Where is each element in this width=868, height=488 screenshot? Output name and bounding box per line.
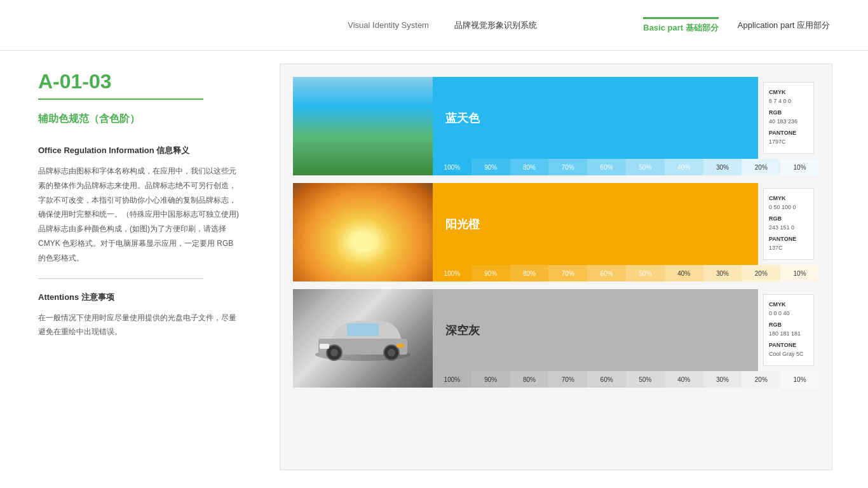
info-title: Office Regulation Information 信息释义: [38, 145, 241, 156]
color-section-gray: 深空灰 CMYK 0 0 0 40 RGB 180 181 181 PANTON…: [433, 289, 819, 388]
orange-90: 90%: [471, 265, 510, 281]
gray-gradient-row: 100% 90% 80% 70% 60% 50% 40% 30% 20% 10%: [433, 371, 819, 388]
blue-cmyk-label: CMYK: [769, 88, 808, 97]
blue-60: 60%: [587, 159, 626, 175]
blue-40: 40%: [665, 159, 703, 175]
orange-color-name: 阳光橙: [445, 217, 480, 232]
svg-rect-8: [397, 344, 404, 348]
svg-rect-6: [347, 323, 379, 336]
color-header-gray: 深空灰 CMYK 0 0 0 40 RGB 180 181 181 PANTON…: [433, 289, 819, 371]
color-image-blue: [293, 77, 433, 175]
color-section-orange: 阳光橙 CMYK 0 50 100 0 RGB 243 151 0 PANTON…: [433, 183, 819, 281]
main-content: 蓝天色 CMYK 6 7 4 0 0 RGB 40 183 236 PANTON…: [280, 64, 832, 470]
orange-20: 20%: [742, 265, 780, 281]
color-image-gray: [293, 289, 433, 388]
page-subtitle: 辅助色规范（含色阶）: [38, 112, 241, 126]
blue-color-name: 蓝天色: [445, 111, 480, 126]
blue-info-box: CMYK 6 7 4 0 0 RGB 40 183 236 PANTONE 17…: [763, 82, 814, 154]
blue-70: 70%: [548, 159, 587, 175]
info-body: 品牌标志由图标和字体名称构成，在应用中，我们以这些元素的整体作为品牌标志来使用。…: [38, 164, 241, 266]
gray-50: 50%: [626, 371, 665, 388]
orange-main-block: 阳光橙: [433, 183, 758, 265]
car-svg: [312, 313, 414, 364]
color-row-gray: 深空灰 CMYK 0 0 0 40 RGB 180 181 181 PANTON…: [293, 289, 819, 388]
gray-pantone-label: PANTONE: [769, 341, 808, 349]
blue-cmyk-value: 6 7 4 0 0: [769, 97, 808, 105]
blue-rgb-value: 40 183 236: [769, 117, 808, 126]
orange-70: 70%: [548, 265, 587, 281]
orange-80: 80%: [510, 265, 549, 281]
gray-10: 10%: [780, 371, 819, 388]
header-right: Basic part 基础部分 Application part 应用部分: [643, 17, 830, 34]
color-header-orange: 阳光橙 CMYK 0 50 100 0 RGB 243 151 0 PANTON…: [433, 183, 819, 265]
nav-app-part[interactable]: Application part 应用部分: [738, 20, 830, 31]
orange-rgb-label: RGB: [769, 214, 808, 223]
blue-20: 20%: [742, 159, 780, 175]
blue-50: 50%: [626, 159, 665, 175]
blue-pantone-label: PANTONE: [769, 128, 808, 137]
gray-60: 60%: [587, 371, 626, 388]
gray-100: 100%: [433, 371, 471, 388]
color-image-orange: [293, 183, 433, 281]
visual-identity-en: Visual Identity System: [348, 20, 429, 30]
svg-rect-7: [320, 344, 329, 349]
blue-main-block: 蓝天色: [433, 77, 758, 159]
blue-100: 100%: [433, 159, 471, 175]
orange-cmyk-value: 0 50 100 0: [769, 203, 808, 212]
svg-point-3: [330, 349, 338, 356]
orange-40: 40%: [665, 265, 703, 281]
gray-cmyk-label: CMYK: [769, 300, 808, 309]
blue-30: 30%: [703, 159, 742, 175]
color-header-blue: 蓝天色 CMYK 6 7 4 0 0 RGB 40 183 236 PANTON…: [433, 77, 819, 159]
blue-rgb-label: RGB: [769, 108, 808, 117]
blue-pantone-value: 1797C: [769, 137, 808, 146]
blue-90: 90%: [471, 159, 510, 175]
left-divider: [38, 278, 203, 279]
header: Visual Identity System 品牌视觉形象识别系统 Basic …: [0, 0, 868, 51]
page-code: A-01-03: [38, 70, 241, 93]
attention-body: 在一般情况下使用时应尽量使用提供的光盘电子文件，尽量避免在重绘中出现错误。: [38, 311, 241, 340]
orange-100: 100%: [433, 265, 471, 281]
sunset-image: [293, 183, 433, 281]
svg-point-5: [388, 349, 395, 356]
gray-info-box: CMYK 0 0 0 40 RGB 180 181 181 PANTONE Co…: [763, 294, 814, 366]
color-row-blue: 蓝天色 CMYK 6 7 4 0 0 RGB 40 183 236 PANTON…: [293, 77, 819, 175]
orange-60: 60%: [587, 265, 626, 281]
color-section-blue: 蓝天色 CMYK 6 7 4 0 0 RGB 40 183 236 PANTON…: [433, 77, 819, 175]
visual-identity-cn: 品牌视觉形象识别系统: [454, 20, 537, 31]
gray-pantone-value: Cool Gray 5C: [769, 349, 808, 358]
color-row-orange: 阳光橙 CMYK 0 50 100 0 RGB 243 151 0 PANTON…: [293, 183, 819, 281]
gray-color-name: 深空灰: [445, 323, 480, 338]
car-image: [293, 289, 433, 388]
orange-rgb-value: 243 151 0: [769, 223, 808, 232]
attention-title: Attentions 注意事项: [38, 292, 241, 303]
gray-20: 20%: [742, 371, 780, 388]
nav-basic-part[interactable]: Basic part 基础部分: [643, 17, 719, 34]
blue-gradient-row: 100% 90% 80% 70% 60% 50% 40% 30% 20% 10%: [433, 159, 819, 175]
gray-80: 80%: [510, 371, 549, 388]
orange-pantone-value: 137C: [769, 243, 808, 252]
gray-cmyk-value: 0 0 0 40: [769, 309, 808, 318]
orange-gradient-row: 100% 90% 80% 70% 60% 50% 40% 30% 20% 10%: [433, 265, 819, 281]
gray-main-block: 深空灰: [433, 289, 758, 371]
sky-image: [293, 77, 433, 175]
gray-90: 90%: [471, 371, 510, 388]
blue-10: 10%: [780, 159, 819, 175]
orange-30: 30%: [703, 265, 742, 281]
blue-80: 80%: [510, 159, 549, 175]
gray-rgb-label: RGB: [769, 320, 808, 329]
orange-cmyk-label: CMYK: [769, 194, 808, 203]
gray-rgb-value: 180 181 181: [769, 329, 808, 338]
gray-30: 30%: [703, 371, 742, 388]
orange-info-box: CMYK 0 50 100 0 RGB 243 151 0 PANTONE 13…: [763, 188, 814, 260]
orange-pantone-label: PANTONE: [769, 234, 808, 243]
gray-70: 70%: [548, 371, 587, 388]
orange-50: 50%: [626, 265, 665, 281]
green-divider-top: [38, 98, 203, 100]
orange-10: 10%: [780, 265, 819, 281]
left-panel: A-01-03 辅助色规范（含色阶） Office Regulation Inf…: [38, 51, 254, 488]
header-center: Visual Identity System 品牌视觉形象识别系统: [348, 20, 537, 31]
gray-40: 40%: [665, 371, 703, 388]
